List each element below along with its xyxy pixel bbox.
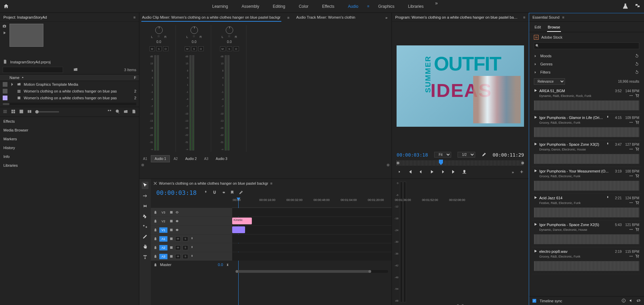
track-header[interactable]: V2 [151, 217, 232, 225]
sync-lock-icon[interactable] [169, 255, 173, 258]
panel-menu-icon[interactable]: ≡ [562, 15, 564, 19]
play-preview-icon[interactable] [534, 223, 537, 227]
reset-icon[interactable] [635, 70, 639, 75]
track-header[interactable]: A2 M S [151, 243, 232, 252]
selection-tool-icon[interactable] [142, 182, 148, 189]
new-bin-icon[interactable] [123, 109, 128, 115]
waveform-preview[interactable] [534, 127, 639, 137]
track-header[interactable]: V1 [151, 226, 232, 234]
lift-icon[interactable] [462, 169, 467, 175]
more-icon[interactable] [629, 227, 633, 232]
icon-view-icon[interactable] [11, 109, 16, 115]
mark-in-icon[interactable] [397, 169, 402, 175]
clip-mixer-tab[interactable]: Audio Clip Mixer: Women's clothing on a … [141, 14, 281, 22]
stock-track-item[interactable]: Igor Pumphonia - Glamor in Life (Origin.… [532, 114, 641, 140]
play-preview-icon[interactable] [534, 116, 537, 120]
slip-tool-icon[interactable] [142, 224, 148, 230]
resolution-select[interactable]: 1/2 [458, 152, 475, 158]
go-to-in-icon[interactable] [407, 169, 413, 175]
workspace-tab-assembly[interactable]: Assembly [235, 0, 266, 13]
mute-button[interactable]: M [175, 254, 181, 259]
fx-button[interactable]: O [234, 46, 239, 51]
stock-track-item[interactable]: Igor Pumphonia - Space Zone X3(2) 3:47 1… [532, 140, 641, 167]
track-lane[interactable] [232, 208, 391, 217]
solo-l[interactable]: S [457, 304, 459, 305]
track-header[interactable]: V3 [151, 208, 232, 217]
lock-icon[interactable] [154, 219, 157, 223]
filter-row[interactable]: Filters [534, 68, 639, 76]
name-column[interactable]: Name [9, 76, 19, 80]
pan-knob[interactable] [226, 26, 233, 34]
thumbnailsize-icon[interactable] [27, 109, 32, 115]
step-forward-icon[interactable] [440, 169, 445, 175]
eye-icon[interactable] [175, 219, 179, 223]
eye-icon[interactable] [175, 210, 179, 214]
list-view-icon[interactable] [3, 109, 7, 115]
play-preview-icon[interactable] [534, 142, 537, 146]
timeline-ruler[interactable]: :00:0000:00:16:0000:00:32:0000:00:48:000… [232, 198, 391, 208]
workspace-tab-graphics[interactable]: Graphics [371, 0, 401, 13]
cart-icon[interactable] [635, 120, 639, 125]
track-id[interactable]: A3 [200, 155, 212, 162]
project-list-header[interactable]: Name F [0, 74, 139, 81]
stock-track-item[interactable]: electro pop8.wav 2:19 115 BPM Groovy, R&… [532, 247, 641, 274]
source-thumbnail[interactable] [9, 24, 43, 47]
scrub-playhead[interactable] [439, 160, 443, 165]
project-search[interactable] [3, 67, 71, 73]
reset-icon[interactable] [635, 54, 639, 58]
fx-button[interactable]: O [163, 46, 168, 51]
solo-button[interactable]: S [227, 46, 232, 51]
settings-icon[interactable] [239, 190, 243, 196]
timeline-h-scroll[interactable] [151, 269, 391, 275]
track-name-tab[interactable]: Audio 3 [212, 155, 231, 162]
cart-icon[interactable] [635, 201, 639, 205]
project-tab[interactable]: Project: InstagramStoryAd [2, 14, 48, 21]
info-icon[interactable] [622, 299, 626, 303]
project-search-input[interactable] [3, 67, 63, 73]
waveform-preview[interactable] [534, 181, 639, 191]
track-lane[interactable] [232, 243, 391, 252]
program-viewport[interactable]: SUMMER OUTFIT IDEAS [397, 45, 524, 127]
play-icon[interactable] [2, 30, 7, 36]
program-scrub-bar[interactable] [397, 160, 524, 166]
waveform-preview[interactable] [534, 100, 639, 110]
close-tab-icon[interactable] [154, 182, 157, 185]
snap-icon[interactable] [203, 190, 208, 196]
cart-icon[interactable] [635, 254, 639, 259]
mute-button[interactable]: M [185, 46, 190, 51]
track-name-tab[interactable]: Audio 2 [181, 155, 200, 162]
track-lane[interactable] [232, 252, 391, 261]
camera-icon[interactable] [2, 24, 7, 29]
play-preview-icon[interactable] [534, 169, 537, 173]
ess-tab-edit[interactable]: Edit [534, 24, 542, 32]
solo-button[interactable]: S [192, 46, 197, 51]
new-bin-icon[interactable] [73, 67, 78, 73]
sync-lock-icon[interactable] [169, 246, 173, 249]
track-label[interactable]: V3 [159, 210, 167, 215]
ripple-tool-icon[interactable] [142, 203, 148, 209]
more-icon[interactable] [629, 174, 633, 179]
transport-overflow-icon[interactable]: » [512, 170, 514, 174]
track-id[interactable]: A1 [139, 155, 151, 162]
mute-button[interactable]: M [175, 245, 181, 250]
play-preview-icon[interactable] [534, 89, 537, 93]
marker-icon[interactable] [230, 190, 235, 196]
panel-media-browser[interactable]: Media Browser [0, 126, 139, 135]
mute-button[interactable]: M [149, 46, 155, 51]
speaker-icon[interactable] [629, 299, 633, 303]
sync-lock-icon[interactable] [169, 219, 173, 223]
track-label[interactable]: A3 [159, 254, 167, 259]
filter-row[interactable]: Moods [534, 52, 639, 60]
track-label[interactable]: V1 [159, 227, 167, 233]
mixer-overflow-icon[interactable]: » [383, 16, 389, 20]
zoom-slider[interactable] [35, 111, 59, 113]
program-timecode[interactable]: 00:00:03:18 [397, 152, 428, 158]
lock-icon[interactable] [154, 246, 157, 249]
solo-r[interactable]: S [462, 304, 464, 305]
more-icon[interactable] [629, 254, 633, 259]
workspace-menu-icon[interactable]: ≡ [365, 0, 371, 13]
lock-icon[interactable] [154, 255, 157, 258]
pan-value[interactable]: 0.0 [157, 40, 161, 44]
razor-tool-icon[interactable] [142, 214, 148, 220]
play-preview-icon[interactable] [534, 249, 537, 253]
